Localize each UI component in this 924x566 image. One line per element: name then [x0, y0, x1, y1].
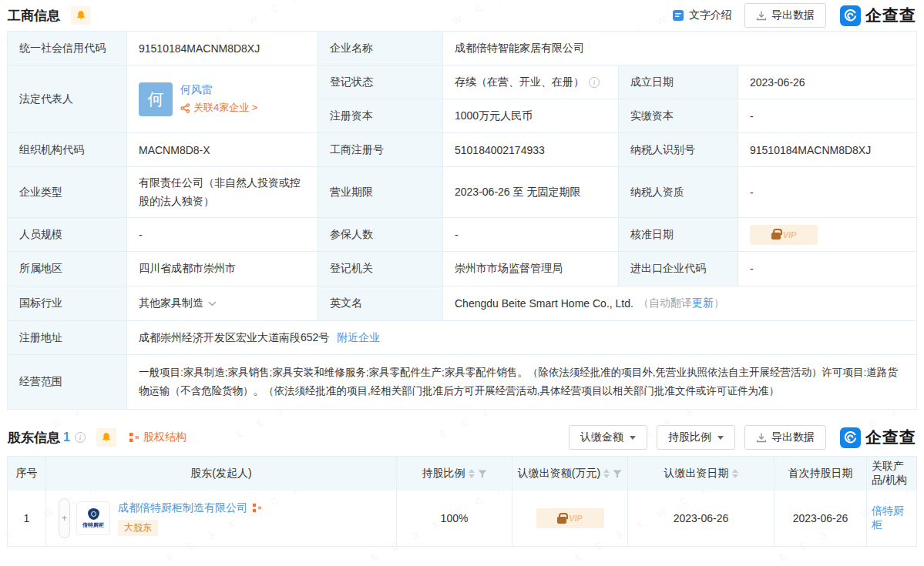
field-label: 英文名 [318, 286, 442, 320]
col-header-first-hold-date: 首次持股日期 [774, 457, 867, 491]
row-index: 1 [8, 491, 46, 546]
field-value-credit-code: 91510184MACNM8D8XJ [127, 32, 318, 65]
shareholder-name-link[interactable]: 成都倍特厨柜制造有限公司 [118, 501, 247, 515]
field-value-insured: - [443, 218, 618, 251]
company-type-text: 有限责任公司（非自然人投资或控股的法人独资） [139, 174, 306, 209]
org-chart-icon[interactable] [252, 503, 262, 513]
org-chart-icon [129, 432, 139, 443]
related-companies-label: 关联4家企业 > [193, 101, 257, 115]
download-icon [756, 10, 767, 21]
field-value-approval-date: VIP [738, 218, 916, 251]
address-text: 成都崇州经济开发区宏业大道南段652号 [139, 331, 329, 345]
export-data-button[interactable]: 导出数据 [744, 3, 826, 28]
field-label: 纳税人资质 [619, 167, 738, 217]
legal-rep-name-link[interactable]: 何风雷 [180, 83, 257, 97]
field-label: 注册地址 [8, 321, 126, 354]
field-label: 营业期限 [318, 167, 442, 217]
field-label: 企业类型 [8, 167, 126, 217]
text-intro-label: 文字介绍 [689, 8, 732, 22]
field-value-establish-date: 2023-06-26 [738, 65, 916, 99]
qichacha-logo[interactable]: 企查查 [840, 5, 916, 26]
bell-icon [101, 432, 112, 443]
vip-label: VIP [783, 230, 797, 239]
field-value-paid-capital: - [738, 99, 916, 132]
section-title-shareholders: 股东信息 [8, 429, 60, 447]
field-label: 人员规模 [8, 218, 126, 251]
text-intro-button[interactable]: 文字介绍 [672, 8, 732, 22]
field-value-reg-capital: 1000万元人民币 [443, 99, 618, 132]
translate-update-link[interactable]: 更新 [692, 296, 714, 310]
share-ratio-label: 持股比例 [668, 430, 711, 444]
related-companies-link[interactable]: 关联4家企业 > [180, 101, 257, 115]
shareholder-row: 1 + 倍特厨柜 成都倍特厨柜制造有限公司 大股东 100% VIP [8, 491, 916, 546]
field-label: 经营范围 [8, 355, 126, 409]
english-note: （自动翻译 [638, 296, 692, 310]
monitor-bell-button[interactable] [96, 428, 116, 447]
row-subscribe-date: 2023-06-26 [628, 491, 774, 546]
export-data-label: 导出数据 [771, 430, 815, 444]
related-product-link[interactable]: 倍特厨柜 [872, 504, 912, 532]
monitor-bell-button[interactable] [71, 6, 91, 25]
shareholders-info-icon[interactable]: i [75, 432, 86, 443]
field-value-reg-number: 510184002174933 [443, 133, 618, 166]
field-value-company-name: 成都倍特智能家居有限公司 [443, 32, 916, 65]
export-data-button[interactable]: 导出数据 [744, 425, 826, 450]
filter-icon[interactable] [478, 470, 487, 478]
field-value-business-term: 2023-06-26 至 无固定期限 [443, 167, 618, 217]
row-related-product: 倍特厨柜 [867, 491, 916, 546]
scope-text: 一般项目:家具制造;家具销售;家具安装和维修服务;家具零配件生产;家具零配件销售… [139, 363, 905, 401]
reg-status-info-icon[interactable]: i [589, 77, 600, 88]
subscribed-amount-filter-button[interactable]: 认缴金额 [569, 425, 647, 450]
col-header-subscribed-label: 认缴出资额(万元) [518, 467, 600, 481]
field-label: 登记机关 [318, 252, 442, 286]
caret-down-icon [717, 436, 724, 440]
reg-status-text: 存续（在营、开业、在册） [455, 75, 584, 89]
english-note-close: ） [714, 296, 724, 310]
field-label: 统一社会信用代码 [8, 32, 126, 65]
bell-icon [76, 10, 86, 21]
col-header-subscribed-amount[interactable]: 认缴出资额(万元) [512, 457, 628, 491]
chevron-down-icon[interactable] [208, 301, 217, 306]
field-value-company-type: 有限责任公司（非自然人投资或控股的法人独资） [127, 167, 318, 217]
col-header-ratio-label: 持股比例 [422, 467, 465, 481]
field-label: 纳税人识别号 [619, 133, 738, 166]
field-value-region: 四川省成都市崇州市 [127, 252, 318, 286]
field-value-reg-authority: 崇州市市场监督管理局 [443, 252, 618, 286]
col-header-shareholder: 股东(发起人) [46, 457, 397, 491]
qichacha-icon [840, 427, 861, 448]
section-title-business-info: 工商信息 [8, 7, 60, 25]
qichacha-wordmark: 企查查 [865, 427, 916, 448]
shareholder-logo-text: 倍特厨柜 [82, 521, 104, 529]
field-label: 工商注册号 [318, 133, 442, 166]
shareholders-header: 股东信息 1 i 股权结构 认缴金额 持股比例 导出数据 企查查 [0, 422, 924, 453]
field-value-industry[interactable]: 其他家具制造 [127, 286, 318, 320]
field-value-english-name: Chengdu Beite Smart Home Co., Ltd. （自动翻译… [443, 286, 916, 320]
sort-icon[interactable] [603, 469, 610, 478]
field-label: 组织机构代码 [8, 133, 126, 166]
vip-locked-badge[interactable]: VIP [750, 225, 818, 245]
qichacha-logo[interactable]: 企查查 [840, 427, 916, 448]
sort-icon[interactable] [469, 469, 475, 478]
filter-icon[interactable] [613, 470, 622, 478]
field-value-staff-size: - [127, 218, 318, 251]
equity-structure-label: 股权结构 [143, 430, 186, 444]
field-value-address: 成都崇州经济开发区宏业大道南段652号 附近企业 [127, 321, 916, 354]
col-header-ratio[interactable]: 持股比例 [397, 457, 512, 491]
equity-structure-link[interactable]: 股权结构 [129, 430, 186, 444]
nearby-companies-link[interactable]: 附近企业 [337, 331, 380, 345]
caret-down-icon [630, 436, 636, 440]
field-label: 国标行业 [8, 286, 126, 320]
col-header-subscribe-date[interactable]: 认缴出资日期 [628, 457, 774, 491]
sort-icon[interactable] [732, 469, 738, 478]
expand-button[interactable]: + [59, 498, 70, 538]
vip-locked-badge[interactable]: VIP [536, 508, 604, 528]
vip-label: VIP [569, 514, 583, 523]
field-label: 参保人数 [318, 218, 442, 251]
industry-text: 其他家具制造 [139, 296, 203, 310]
legal-rep-cell: 何 何风雷 关联4家企业 > [127, 65, 318, 132]
row-first-hold-date: 2023-06-26 [774, 491, 867, 546]
share-ratio-filter-button[interactable]: 持股比例 [657, 425, 735, 450]
qichacha-wordmark: 企查查 [865, 5, 916, 26]
legal-rep-avatar[interactable]: 何 [139, 82, 173, 116]
shareholders-table-header: 序号 股东(发起人) 持股比例 认缴出资额(万元) 认缴出资日期 首次持股日期 … [8, 457, 916, 491]
